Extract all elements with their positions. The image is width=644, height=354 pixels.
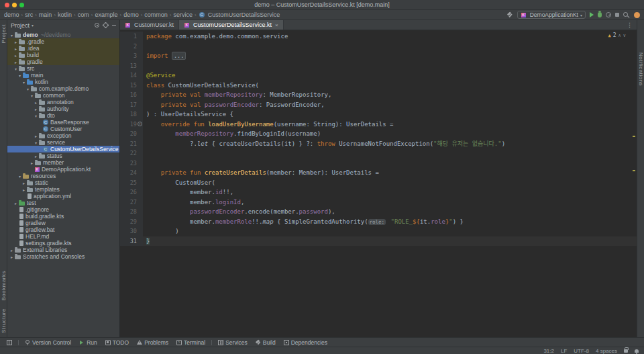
chevron-right-icon[interactable]: ▸ [30, 161, 34, 165]
chevron-right-icon[interactable]: ▸ [13, 53, 18, 58]
chevron-right-icon[interactable]: ▸ [13, 46, 18, 51]
chevron-right-icon[interactable]: ▸ [21, 181, 26, 185]
tree-item[interactable]: ▾src [7, 65, 119, 72]
toolwindow-button-run[interactable]: Run [76, 338, 101, 347]
code-line[interactable]: 16 private val memberRepository: MemberR… [120, 90, 637, 100]
chevron-right-icon[interactable]: ▸ [9, 248, 14, 253]
editor-tab[interactable]: CustomUser.kt [120, 20, 179, 30]
code-line[interactable]: 19↑ override fun loadUserByUsername(user… [120, 120, 637, 130]
code-line[interactable]: 23 [120, 159, 637, 169]
code-line[interactable]: 31} [120, 236, 637, 247]
chevron-down-icon[interactable]: ▾ [25, 87, 30, 91]
toolwindow-stripe-bookmarks[interactable]: Bookmarks [1, 271, 7, 301]
tree-item[interactable]: CustomUser [7, 126, 119, 132]
chevron-right-icon[interactable]: ▸ [34, 107, 38, 112]
tree-item[interactable]: ▸gradle [7, 58, 119, 65]
tree-item[interactable]: ▸test [7, 200, 119, 206]
tree-item[interactable]: gradlew [7, 220, 119, 226]
chevron-right-icon[interactable]: ▸ [13, 40, 18, 44]
locate-file-icon[interactable] [95, 23, 99, 28]
tree-item[interactable]: ▾service [7, 139, 119, 146]
breadcrumb-item[interactable]: com [78, 11, 89, 18]
tree-item[interactable]: ▾demo~/dev/demo [7, 32, 119, 38]
settings-gear-icon[interactable] [103, 23, 108, 28]
search-everywhere-icon[interactable] [623, 11, 630, 18]
status-line-separator[interactable]: LF [561, 348, 567, 354]
tree-item[interactable]: application.yml [7, 193, 119, 200]
maximize-window-button[interactable] [19, 3, 24, 7]
code-line[interactable]: 17 private val passwordEncoder: Password… [120, 100, 637, 110]
tree-item[interactable]: ▾resources [7, 173, 119, 179]
chevron-right-icon[interactable]: ▸ [13, 201, 18, 206]
chevron-right-icon[interactable]: ▸ [13, 60, 18, 64]
code-line[interactable]: 1package com.example.demo.common.service [120, 32, 637, 42]
toolwindow-button-dependencies[interactable]: Dependencies [280, 338, 331, 347]
code-line[interactable]: 2 [120, 42, 637, 52]
code-line[interactable]: 29 member.memberRole!!.map { SimpleGrant… [120, 217, 637, 227]
chevron-down-icon[interactable]: ▾ [34, 114, 38, 118]
editor[interactable]: 1package com.example.demo.common.service… [120, 30, 637, 337]
code-line[interactable]: 3import ... [120, 51, 637, 61]
avatar[interactable] [634, 12, 640, 18]
code-line[interactable]: 30 ) [120, 226, 637, 236]
tree-item[interactable]: ▸.idea [7, 45, 119, 52]
project-panel-title[interactable]: Project [11, 22, 30, 29]
code-line[interactable]: 25 CustomUser( [120, 178, 637, 188]
status-indent[interactable]: 4 spaces [596, 348, 617, 354]
close-icon[interactable]: × [275, 22, 278, 28]
chevron-right-icon[interactable]: ▸ [21, 187, 26, 192]
run-config-select[interactable]: DemoApplicationKt ▾ [517, 11, 586, 19]
chevron-down-icon[interactable]: ▾ [34, 140, 38, 145]
code-line[interactable]: 18) : UserDetailsService { [120, 109, 637, 120]
code-line[interactable]: 22 [120, 148, 637, 159]
chevron-down-icon[interactable]: ▾ [13, 67, 18, 71]
tree-item[interactable]: ▾kotlin [7, 79, 119, 85]
toolwindow-button-terminal[interactable]: Terminal [173, 338, 209, 347]
debug-button[interactable] [598, 12, 602, 17]
chevron-right-icon[interactable]: ▸ [34, 100, 38, 105]
toolwindow-button-todo[interactable]: TODO [102, 338, 132, 347]
tree-item[interactable]: ▸member [7, 159, 119, 166]
code-line[interactable]: 15class CustomUserDetailsService( [120, 81, 637, 91]
tree-item[interactable]: ▾common [7, 92, 119, 99]
chevron-right-icon[interactable]: ▸ [34, 154, 38, 159]
readonly-lock-icon[interactable] [624, 349, 628, 353]
tree-item[interactable]: build.gradle.kts [7, 213, 119, 220]
tree-item[interactable]: .gitignore [7, 206, 119, 213]
toolwindow-button-version-control[interactable]: Version Control [21, 338, 74, 347]
tree-item[interactable]: DemoApplication.kt [7, 166, 119, 173]
toolwindow-stripe-notifications[interactable]: Notifications [638, 52, 644, 86]
run-button[interactable] [590, 12, 594, 17]
toolwindow-button-window-layout[interactable] [3, 338, 15, 347]
chevron-right-icon[interactable]: ▸ [9, 255, 14, 259]
code-line[interactable]: 24 private fun createUserDetails(member:… [120, 168, 637, 178]
breadcrumb-item[interactable]: src [25, 11, 33, 18]
close-window-button[interactable] [5, 3, 9, 7]
tree-item[interactable]: gradlew.bat [7, 226, 119, 233]
breadcrumb-item[interactable]: CustomUserDetailsService [199, 11, 280, 18]
tree-item[interactable]: ▸status [7, 152, 119, 159]
tree-item[interactable]: ▾main [7, 72, 119, 79]
warning-stripe-mark[interactable] [633, 170, 635, 171]
inspections-widget[interactable]: ▲ 2 ∧ ∨ [608, 32, 626, 38]
toolwindow-stripe-project[interactable]: Project [1, 24, 7, 43]
tree-item[interactable]: ▸templates [7, 186, 119, 193]
chevron-down-icon[interactable]: ▾ [17, 73, 22, 78]
code-line[interactable]: 27 member.loginId, [120, 197, 637, 208]
tree-item[interactable]: HELP.md [7, 233, 119, 240]
tree-item[interactable]: ▸annotation [7, 99, 119, 105]
breadcrumb-item[interactable]: kotlin [58, 11, 72, 18]
code-line[interactable]: 14@Service [120, 71, 637, 81]
chevron-down-icon[interactable]: ▾ [17, 174, 22, 179]
tree-item[interactable]: CustomUserDetailsService [7, 146, 119, 152]
tree-item[interactable]: BaseResponse [7, 119, 119, 126]
tree-item[interactable]: ▾com.example.demo [7, 85, 119, 92]
code-line[interactable]: 20 memberRepository.findByLoginId(userna… [120, 129, 637, 139]
code-line[interactable]: 28 passwordEncoder.encode(member.passwor… [120, 207, 637, 217]
breadcrumb-item[interactable]: demo [4, 11, 19, 18]
toolwindow-button-problems[interactable]: Problems [133, 338, 172, 347]
breadcrumb-item[interactable]: main [39, 11, 52, 18]
override-marker-icon[interactable]: ↑ [138, 122, 142, 126]
tree-item[interactable]: ▸authority [7, 105, 119, 112]
hide-panel-icon[interactable] [112, 25, 116, 26]
